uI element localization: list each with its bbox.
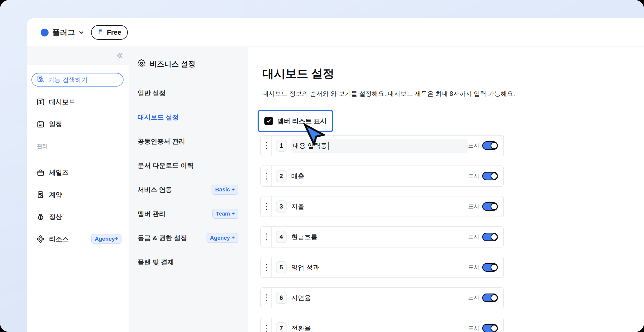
sidebar-item-chart[interactable]: 대시보드 <box>27 91 129 113</box>
settings-nav-item[interactable]: 등급 & 권한 설정 Agency + <box>138 230 238 245</box>
sidebar-item-label: 세일즈 <box>49 168 69 177</box>
order-badge: 5 <box>276 261 287 273</box>
drag-handle[interactable] <box>261 318 272 332</box>
contract-icon <box>37 191 45 199</box>
settings-nav-item[interactable]: 일반 설정 <box>138 86 238 101</box>
toggle-knob <box>491 264 498 271</box>
sidebar-item-money-bag[interactable]: 정산 <box>27 206 129 228</box>
page-title: 대시보드 설정 <box>262 67 644 80</box>
visibility-toggle[interactable] <box>482 294 498 302</box>
app-window: 플러그 Free <box>27 18 644 332</box>
sidebar-item-briefcase[interactable]: 세일즈 <box>27 161 129 184</box>
settings-nav-item[interactable]: 멤버 관리 Team + <box>138 206 238 221</box>
settings-nav-item-label: 등급 & 권한 설정 <box>138 234 187 242</box>
settings-nav-item-label: 멤버 관리 <box>138 210 166 218</box>
flag-icon <box>98 28 104 37</box>
settings-nav: 비즈니스 설정 일반 설정 대시보드 설정 공동인증서 관리 문서 다운로드 이… <box>129 47 248 332</box>
text-caret <box>328 142 329 150</box>
section-label: 관리 <box>37 142 48 150</box>
main-content: 대시보드 설정 대시보드 정보의 순서와 와 보기를 설정해요. 대시보드 제목… <box>248 47 644 332</box>
settings-nav-header: 비즈니스 설정 <box>138 57 238 72</box>
feature-search-input[interactable]: 기능 검색하기 <box>31 73 124 87</box>
visibility-toggle[interactable] <box>482 263 498 272</box>
document-search-icon <box>37 75 45 84</box>
settings-nav-item[interactable]: 플랜 및 결제 <box>138 255 238 270</box>
toggle-knob <box>491 173 498 180</box>
sidebar-header <box>27 47 129 65</box>
dashboard-item-row: 3 지출 표시 <box>260 196 504 217</box>
dashboard-item-list: 1 내용 입력중 표시 2 매출 표시 3 지출 <box>260 135 504 332</box>
section-divider <box>53 146 122 146</box>
order-badge: 2 <box>276 170 287 182</box>
item-label: 현금흐름 <box>291 233 317 241</box>
calendar-icon <box>37 120 45 128</box>
collapse-sidebar-icon[interactable] <box>115 52 124 61</box>
visibility-toggle[interactable] <box>482 324 498 332</box>
sidebar-item-contract[interactable]: 계약 <box>27 184 129 206</box>
settings-nav-item-label: 플랜 및 결제 <box>138 258 174 267</box>
drag-handle[interactable] <box>261 166 272 186</box>
toggle-knob <box>491 325 498 332</box>
order-badge: 7 <box>276 322 287 332</box>
member-list-checkbox-label: 멤버 리스트 표시 <box>277 117 327 126</box>
item-label: 매출 <box>291 172 304 181</box>
order-badge: 6 <box>276 292 287 304</box>
member-list-checkbox[interactable] <box>264 117 273 125</box>
settings-nav-item[interactable]: 문서 다운로드 이력 <box>138 158 238 173</box>
settings-nav-item-active[interactable]: 대시보드 설정 <box>138 110 238 125</box>
drag-handle[interactable] <box>261 288 272 308</box>
order-badge: 4 <box>276 231 287 243</box>
sidebar-item-calendar[interactable]: 일정 <box>27 113 129 135</box>
chevron-down-icon[interactable] <box>78 29 85 36</box>
sidebar: 기능 검색하기 대시보드 일정 관리 세일즈 계약 정산 리소스 Agency+ <box>27 47 129 332</box>
sidebar-item-label: 정산 <box>49 213 62 221</box>
toggle-knob <box>491 294 498 301</box>
show-label: 표시 <box>468 203 479 210</box>
settings-nav-list: 일반 설정 대시보드 설정 공동인증서 관리 문서 다운로드 이력 서비스 연동… <box>138 86 238 270</box>
plan-badge[interactable]: Free <box>91 25 128 40</box>
page-background: 플러그 Free <box>0 0 644 332</box>
dashboard-item-row: 5 영업 성과 표시 <box>260 257 504 278</box>
visibility-toggle[interactable] <box>482 141 498 150</box>
drag-handle[interactable] <box>261 227 272 247</box>
dashboard-item-row: 4 현금흐름 표시 <box>260 226 504 247</box>
plan-requirement-badge: Agency + <box>207 233 238 243</box>
member-list-checkbox-group: 멤버 리스트 표시 <box>258 110 333 132</box>
dashboard-item-row: 1 내용 입력중 표시 <box>260 135 504 156</box>
workspace-name[interactable]: 플러그 <box>52 27 75 38</box>
gear-icon <box>138 59 145 69</box>
order-badge: 3 <box>276 200 287 213</box>
sidebar-section: 관리 <box>27 135 129 157</box>
sidebar-item-label: 리소스 <box>49 235 69 243</box>
topbar: 플러그 Free <box>27 18 644 47</box>
workspace-logo <box>41 29 49 36</box>
visibility-toggle[interactable] <box>482 172 498 180</box>
sidebar-item-resources[interactable]: 리소스 Agency+ <box>27 228 129 250</box>
sidebar-item-label: 계약 <box>49 190 62 199</box>
visibility-toggle[interactable] <box>482 233 498 241</box>
dashboard-item-row: 7 전환율 표시 <box>260 318 504 332</box>
visibility-toggle[interactable] <box>482 202 498 211</box>
settings-nav-item[interactable]: 공동인증서 관리 <box>138 134 238 149</box>
page-description: 대시보드 정보의 순서와 와 보기를 설정해요. 대시보드 제목은 최대 8자까… <box>262 89 644 98</box>
show-label: 표시 <box>468 294 479 302</box>
drag-handle[interactable] <box>261 196 272 217</box>
toggle-knob <box>491 203 498 210</box>
item-label: 전환율 <box>291 324 311 332</box>
plan-requirement-badge: Team + <box>212 209 238 219</box>
resources-icon <box>37 235 45 243</box>
order-badge: 1 <box>276 140 287 152</box>
feature-search-placeholder: 기능 검색하기 <box>48 76 88 84</box>
settings-nav-item-label: 문서 다운로드 이력 <box>138 161 193 170</box>
sidebar-nav: 대시보드 일정 <box>27 87 129 135</box>
app-body: 기능 검색하기 대시보드 일정 관리 세일즈 계약 정산 리소스 Agency+ <box>27 47 644 332</box>
drag-handle[interactable] <box>261 257 272 277</box>
settings-nav-item[interactable]: 서비스 연동 Basic + <box>138 182 238 197</box>
drag-handle[interactable] <box>261 136 272 156</box>
show-label: 표시 <box>468 233 479 241</box>
settings-nav-item-label: 대시보드 설정 <box>138 113 179 122</box>
settings-nav-title: 비즈니스 설정 <box>150 59 195 69</box>
title-input[interactable]: 내용 입력중 <box>291 139 468 153</box>
show-label: 표시 <box>468 264 479 271</box>
settings-nav-item-label: 일반 설정 <box>138 89 166 98</box>
